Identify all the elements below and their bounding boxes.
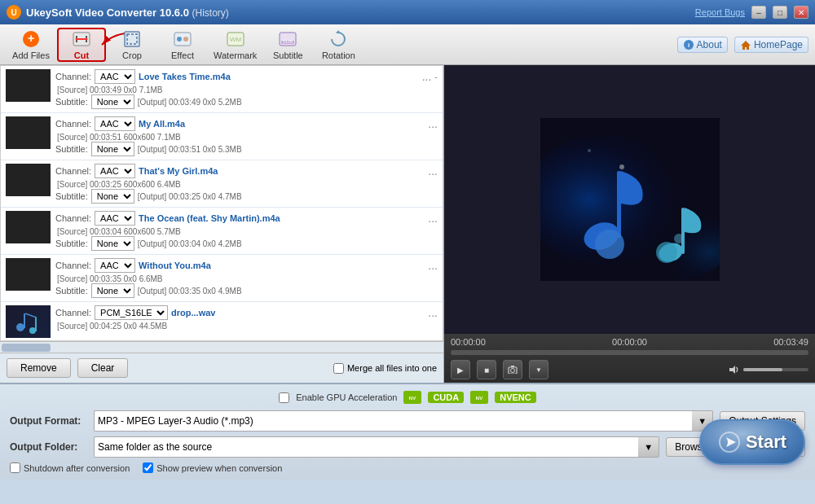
file-more-btn[interactable]: ...	[428, 306, 438, 319]
close-button[interactable]: ✕	[794, 6, 808, 19]
merge-check: Merge all files into one	[333, 363, 437, 374]
about-icon: i	[683, 39, 694, 50]
playback-row: ▶ ■ ▼	[451, 360, 808, 379]
svg-point-41	[511, 369, 515, 373]
bottom-checks: Shutdown after conversion Show preview w…	[10, 462, 805, 473]
file-more-btn[interactable]: ...	[428, 164, 438, 177]
stop-button[interactable]: ■	[477, 360, 496, 379]
svg-text:NV: NV	[476, 396, 482, 401]
progress-bar[interactable]	[451, 350, 808, 355]
file-row2: Subtitle: None [Output] 00:03:35 0x0 4.9…	[55, 283, 438, 298]
list-item: Channel: AAC My All.m4a ... [Source] 00:…	[1, 113, 443, 160]
list-item: Channel: PCM_S16LE drop...wav ... [Sourc…	[1, 302, 443, 341]
svg-marker-42	[511, 366, 514, 367]
maximize-button[interactable]: □	[773, 6, 787, 19]
list-item: Channel: AAC Love Takes Time.m4a ... - […	[1, 66, 443, 113]
dropdown-button[interactable]: ▼	[529, 360, 548, 379]
subtitle-button[interactable]: SUB Subtitle	[263, 28, 312, 62]
effect-label: Effect	[171, 50, 194, 60]
music-visual	[540, 118, 720, 281]
crop-label: Crop	[122, 50, 142, 60]
report-bugs-link[interactable]: Report Bugs	[695, 7, 745, 17]
svg-text:+: +	[28, 32, 34, 45]
homepage-button[interactable]: HomePage	[734, 37, 808, 53]
channel-label: Channel:	[55, 308, 91, 318]
start-button[interactable]: Start	[699, 419, 805, 465]
svg-line-27	[25, 313, 37, 318]
preview-check-label: Show preview when conversion	[143, 462, 282, 473]
file-more-btn[interactable]: ...	[428, 212, 438, 225]
channel-select[interactable]: AAC	[95, 116, 135, 131]
file-output: [Output] 00:03:49 0x0 5.2MB	[138, 98, 242, 107]
camera-icon	[508, 366, 518, 374]
subtitle-label: Subtitle	[273, 50, 303, 60]
watermark-button[interactable]: WM Watermark	[209, 28, 262, 62]
channel-select[interactable]: AAC	[95, 258, 135, 273]
volume-track[interactable]	[743, 368, 808, 371]
file-output: [Output] 00:03:04 0x0 4.2MB	[138, 239, 242, 248]
about-button[interactable]: i About	[677, 37, 728, 53]
start-label: Start	[746, 432, 786, 453]
main-content: Channel: AAC Love Takes Time.m4a ... - […	[0, 65, 815, 383]
merge-checkbox[interactable]	[333, 363, 344, 374]
subtitle-select[interactable]: None	[91, 142, 134, 156]
folder-dropdown-button[interactable]: ▼	[638, 436, 659, 458]
effect-button[interactable]: Effect	[158, 28, 207, 62]
output-folder-input[interactable]	[94, 436, 638, 458]
output-format-input[interactable]	[94, 410, 692, 432]
subtitle-select[interactable]: None	[91, 236, 134, 251]
clear-button[interactable]: Clear	[77, 358, 129, 378]
channel-select[interactable]: AAC	[95, 164, 135, 178]
add-files-button[interactable]: + Add Files	[7, 28, 55, 62]
subtitle-label-row: Subtitle:	[55, 97, 88, 107]
file-info: Channel: AAC Love Takes Time.m4a ... - […	[55, 69, 438, 109]
subtitle-select[interactable]: None	[91, 94, 134, 109]
rotation-button[interactable]: Rotation	[314, 28, 363, 62]
snapshot-button[interactable]	[503, 360, 522, 379]
svg-point-36	[656, 242, 677, 263]
watermark-label: Watermark	[214, 50, 257, 60]
shutdown-checkbox[interactable]	[10, 462, 20, 473]
file-more-btn[interactable]: ...	[422, 70, 432, 83]
h-scrollbar[interactable]	[0, 341, 443, 353]
svg-point-12	[177, 37, 182, 42]
svg-point-24	[29, 327, 36, 334]
cuda-badge: CUDA	[428, 392, 464, 403]
preview-area	[444, 65, 815, 334]
minimize-button[interactable]: –	[751, 6, 766, 19]
list-item: Channel: AAC Without You.m4a ... [Source…	[1, 255, 443, 302]
channel-select[interactable]: PCM_S16LE	[95, 305, 168, 320]
file-more-btn[interactable]: ...	[428, 259, 438, 272]
file-scroll[interactable]: Channel: AAC Love Takes Time.m4a ... - […	[0, 65, 443, 341]
channel-select[interactable]: AAC	[95, 69, 135, 84]
file-output: [Output] 00:03:51 0x0 5.3MB	[138, 145, 242, 154]
subtitle-select[interactable]: None	[91, 189, 134, 204]
preview-checkbox[interactable]	[143, 462, 153, 473]
file-name: drop...wav	[171, 308, 425, 318]
subtitle-label-row: Subtitle:	[55, 239, 88, 248]
file-row2: Subtitle: None [Output] 00:03:49 0x0 5.2…	[55, 94, 438, 109]
svg-text:WM: WM	[230, 36, 242, 43]
h-scrollbar-thumb[interactable]	[2, 344, 51, 352]
file-more-btn[interactable]: ...	[428, 117, 438, 130]
cut-label: Cut	[74, 50, 89, 60]
play-button[interactable]: ▶	[451, 360, 470, 379]
file-output: [Output] 00:03:35 0x0 4.9MB	[138, 287, 242, 296]
remove-button[interactable]: Remove	[7, 358, 71, 378]
file-row2: Subtitle: None [Output] 00:03:25 0x0 4.7…	[55, 189, 438, 204]
crop-button[interactable]: Crop	[108, 28, 156, 62]
file-name: The Ocean (feat. Shy Martin).m4a	[139, 213, 425, 223]
add-files-icon: +	[21, 29, 41, 49]
subtitle-select[interactable]: None	[91, 283, 134, 298]
file-thumbnail	[6, 258, 51, 291]
file-dash: -	[434, 72, 438, 81]
file-name: Without You.m4a	[139, 261, 425, 270]
file-thumbnail	[6, 305, 51, 338]
homepage-icon	[740, 39, 751, 50]
cut-button[interactable]: Cut	[57, 28, 106, 62]
format-input-row: ▼	[94, 410, 713, 432]
time-end: 00:03:49	[773, 337, 808, 347]
channel-select[interactable]: AAC	[95, 211, 135, 226]
svg-text:SUB: SUB	[283, 39, 293, 44]
gpu-checkbox[interactable]	[279, 392, 289, 403]
